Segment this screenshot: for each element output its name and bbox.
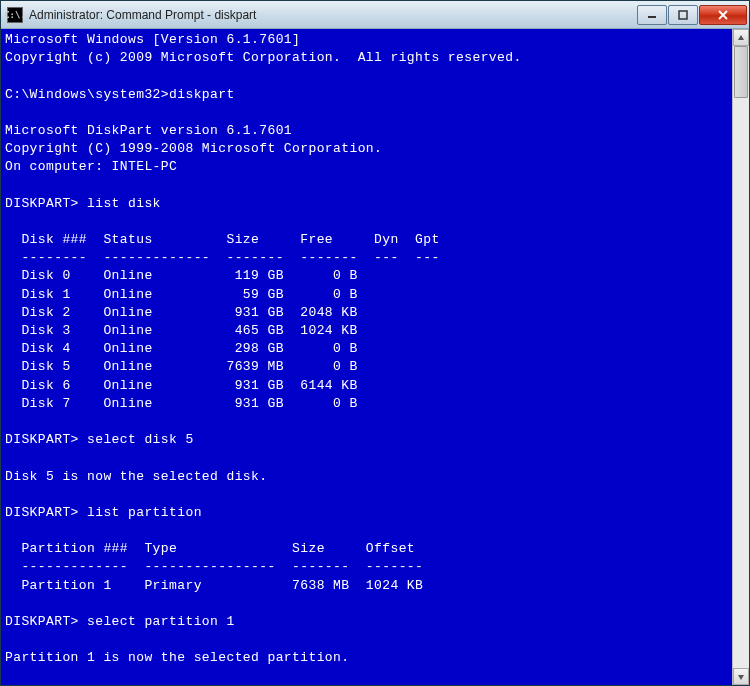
cmd-select-disk: DISKPART> select disk 5 [5,432,194,447]
disk-row: Disk 3 Online 465 GB 1024 KB [5,323,358,338]
disk-row: Disk 0 Online 119 GB 0 B [5,268,358,283]
scroll-up-button[interactable] [733,29,749,46]
svg-marker-5 [738,675,744,680]
vertical-scrollbar[interactable] [732,29,749,685]
minimize-button[interactable] [637,5,667,25]
window-controls [637,5,747,25]
window-title: Administrator: Command Prompt - diskpart [29,8,637,22]
cmd-list-partition: DISKPART> list partition [5,505,202,520]
svg-rect-1 [679,11,687,19]
partition-table-header: Partition ### Type Size Offset [5,541,415,556]
disk-row: Disk 5 Online 7639 MB 0 B [5,359,358,374]
cmd-select-partition: DISKPART> select partition 1 [5,614,235,629]
partition-row: Partition 1 Primary 7638 MB 1024 KB [5,578,423,593]
chevron-up-icon [737,34,745,42]
disk-table-divider: -------- ------------- ------- ------- -… [5,250,440,265]
close-icon [717,10,729,20]
scroll-down-button[interactable] [733,668,749,685]
resp-select-disk: Disk 5 is now the selected disk. [5,469,267,484]
cmd-icon: C:\. [7,7,23,23]
svg-marker-4 [738,35,744,40]
console-output[interactable]: Microsoft Windows [Version 6.1.7601] Cop… [1,29,749,685]
disk-row: Disk 1 Online 59 GB 0 B [5,287,358,302]
command-prompt-window: C:\. Administrator: Command Prompt - dis… [0,0,750,686]
disk-row: Disk 7 Online 931 GB 0 B [5,396,358,411]
cmd-list-disk: DISKPART> list disk [5,196,161,211]
maximize-icon [678,10,688,20]
prompt-diskpart: C:\Windows\system32>diskpart [5,87,235,102]
chevron-down-icon [737,673,745,681]
diskpart-computer: On computer: INTEL-PC [5,159,177,174]
disk-row: Disk 4 Online 298 GB 0 B [5,341,358,356]
scrollbar-track[interactable] [733,46,749,668]
disk-table-header: Disk ### Status Size Free Dyn Gpt [5,232,440,247]
disk-row: Disk 6 Online 931 GB 6144 KB [5,378,358,393]
titlebar[interactable]: C:\. Administrator: Command Prompt - dis… [1,1,749,29]
scrollbar-thumb[interactable] [734,46,748,98]
os-header: Microsoft Windows [Version 6.1.7601] [5,32,300,47]
close-button[interactable] [699,5,747,25]
diskpart-copyright: Copyright (C) 1999-2008 Microsoft Corpor… [5,141,382,156]
diskpart-header: Microsoft DiskPart version 6.1.7601 [5,123,292,138]
minimize-icon [647,10,657,20]
os-copyright: Copyright (c) 2009 Microsoft Corporation… [5,50,522,65]
resp-select-partition: Partition 1 is now the selected partitio… [5,650,349,665]
disk-row: Disk 2 Online 931 GB 2048 KB [5,305,358,320]
partition-table-divider: ------------- ---------------- ------- -… [5,559,423,574]
maximize-button[interactable] [668,5,698,25]
console-text: Microsoft Windows [Version 6.1.7601] Cop… [5,31,745,685]
